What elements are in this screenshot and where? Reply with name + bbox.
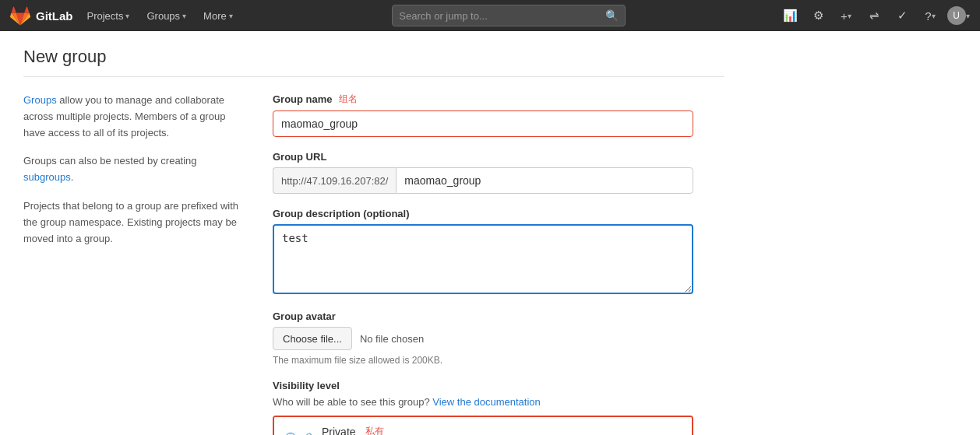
file-hint: The maximum file size allowed is 200KB. <box>273 355 724 366</box>
navbar: GitLab Projects ▾ Groups ▾ More ▾ 🔍 📊 ⚙ … <box>0 0 980 31</box>
group-desc-textarea[interactable]: test <box>273 224 693 294</box>
user-avatar-btn[interactable]: U ▾ <box>946 3 971 28</box>
sidebar-para1: Groups allow you to manage and collabora… <box>23 93 241 141</box>
nav-groups[interactable]: Groups ▾ <box>139 7 194 25</box>
group-avatar-label-row: Group avatar <box>273 310 724 322</box>
group-avatar-label: Group avatar <box>273 310 336 322</box>
visibility-label-row: Visibility level <box>273 380 724 391</box>
group-url-group: Group URL http://47.109.16.207:82/ <box>273 151 724 194</box>
group-avatar-group: Group avatar Choose file... No file chos… <box>273 310 724 366</box>
sidebar-para3: Projects that belong to a group are pref… <box>23 198 241 247</box>
choose-file-button[interactable]: Choose file... <box>273 327 352 350</box>
file-chosen-text: No file chosen <box>360 333 424 345</box>
group-name-label-row: Group name 组名 <box>273 93 724 106</box>
visibility-private-radio[interactable] <box>285 433 296 436</box>
group-url-label: Group URL <box>273 151 326 163</box>
form-area: Group name 组名 Group URL http://47.109.16… <box>273 93 724 435</box>
visibility-doc-link[interactable]: View the documentation <box>432 396 541 408</box>
navbar-right: 📊 ⚙ +▾ ⇌ ✓ ?▾ U ▾ <box>777 3 971 28</box>
projects-chevron-icon: ▾ <box>125 12 129 20</box>
url-group: http://47.109.16.207:82/ <box>273 167 693 194</box>
nav-links: Projects ▾ Groups ▾ More ▾ <box>79 7 241 25</box>
visibility-private-label: Private <box>322 426 356 436</box>
visibility-private-content: Private 私有 The group and its projects ca… <box>322 425 569 435</box>
file-row: Choose file... No file chosen <box>273 327 724 350</box>
visibility-private-option[interactable]: 🔒 Private 私有 The group and its projects … <box>274 417 692 435</box>
subgroups-link[interactable]: subgroups <box>23 171 71 183</box>
nav-more[interactable]: More ▾ <box>196 7 241 25</box>
groups-chevron-icon: ▾ <box>182 12 186 20</box>
lock-icon: 🔒 <box>302 432 316 436</box>
nav-projects[interactable]: Projects ▾ <box>79 7 138 25</box>
page-title: New group <box>23 47 724 77</box>
group-url-input[interactable] <box>396 167 693 194</box>
gitlab-logo-icon <box>9 5 31 26</box>
sidebar-para2: Groups can also be nested by creating su… <box>23 153 241 186</box>
search-icon[interactable]: 🔍 <box>605 9 619 22</box>
group-name-input[interactable] <box>273 111 693 137</box>
search-area: 🔍 <box>247 5 771 26</box>
visibility-desc: Who will be able to see this group? View… <box>273 396 724 408</box>
visibility-group: Visibility level Who will be able to see… <box>273 380 724 435</box>
group-url-label-row: Group URL <box>273 151 724 163</box>
merge-icon[interactable]: ⇌ <box>862 3 887 28</box>
group-name-cn: 组名 <box>339 93 358 106</box>
search-box[interactable]: 🔍 <box>392 5 626 26</box>
url-prefix: http://47.109.16.207:82/ <box>273 167 396 194</box>
brand[interactable]: GitLab <box>9 5 73 26</box>
group-desc-label: Group description (optional) <box>273 208 410 219</box>
checkmark-icon[interactable]: ✓ <box>890 3 915 28</box>
group-name-label: Group name <box>273 93 333 105</box>
group-desc-group: Group description (optional) test <box>273 208 724 296</box>
group-desc-label-row: Group description (optional) <box>273 208 724 219</box>
visibility-options: 🔒 Private 私有 The group and its projects … <box>273 416 693 435</box>
group-name-group: Group name 组名 <box>273 93 724 137</box>
help-dropdown-btn[interactable]: ?▾ <box>918 3 943 28</box>
search-input[interactable] <box>399 10 601 22</box>
plus-dropdown-btn[interactable]: +▾ <box>834 3 858 28</box>
form-layout: Groups allow you to manage and collabora… <box>23 93 724 435</box>
wrench-icon[interactable]: ⚙ <box>806 3 830 28</box>
chart-icon[interactable]: 📊 <box>777 3 802 28</box>
brand-label: GitLab <box>36 9 73 23</box>
groups-link[interactable]: Groups <box>23 94 57 106</box>
more-chevron-icon: ▾ <box>229 12 233 20</box>
visibility-label: Visibility level <box>273 380 340 391</box>
page-content: New group Groups allow you to manage and… <box>0 31 748 435</box>
sidebar: Groups allow you to manage and collabora… <box>23 93 241 435</box>
visibility-private-cn: 私有 <box>365 425 384 435</box>
